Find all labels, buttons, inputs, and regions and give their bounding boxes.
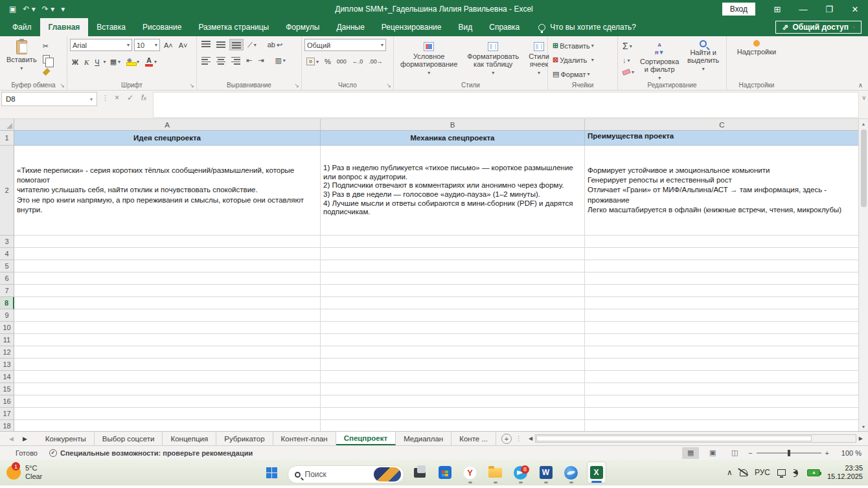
number-dialog-launcher-icon[interactable]: ↘ — [386, 82, 391, 89]
number-format-select[interactable]: Общий▾ — [304, 39, 386, 51]
cell-C1[interactable]: Преимущества проекта — [585, 131, 858, 146]
cell-A2[interactable]: «Тихие переписки» - серия коротких тёплы… — [14, 146, 321, 236]
cell-C2[interactable]: Формирует устойчивое и эмоциональное ком… — [585, 146, 858, 236]
cell-A4[interactable] — [14, 248, 321, 260]
start-button[interactable] — [262, 461, 282, 483]
column-header-C[interactable]: C — [585, 119, 860, 130]
cell-A13[interactable] — [14, 359, 321, 371]
format-as-table-button[interactable]: Форматировать как таблицу▾ — [463, 41, 523, 78]
cancel-icon[interactable]: × — [115, 93, 119, 102]
cell-B4[interactable] — [321, 248, 585, 260]
merge-center-button[interactable]: ▥▾ — [273, 55, 287, 66]
formula-input[interactable] — [153, 92, 859, 118]
orientation-button[interactable]: ⟋▾ — [246, 39, 258, 50]
sheet-tab-Выбор-соцсети[interactable]: Выбор соцсети — [95, 432, 163, 445]
menu-tab-Рисование[interactable]: Рисование — [134, 18, 190, 36]
row-header-4[interactable]: 4 — [0, 248, 14, 260]
cell-A1[interactable]: Идея спецпроекта — [14, 131, 321, 146]
cell-C3[interactable] — [585, 236, 858, 248]
cell-A6[interactable] — [14, 272, 321, 285]
cell-A7[interactable] — [14, 285, 321, 297]
cell-B16[interactable] — [321, 395, 585, 408]
sheet-tab-Рубрикатор[interactable]: Рубрикатор — [216, 432, 273, 445]
row-header-6[interactable]: 6 — [0, 272, 14, 285]
cell-B13[interactable] — [321, 359, 585, 371]
word-button[interactable]: W — [536, 461, 556, 483]
cell-C8[interactable] — [585, 297, 858, 309]
percent-style-button[interactable]: % — [323, 56, 333, 67]
fill-color-button[interactable]: ▾ — [124, 56, 141, 67]
horizontal-scroll-thumb[interactable] — [536, 436, 812, 441]
language-indicator[interactable]: РУС — [755, 468, 770, 477]
cell-B18[interactable] — [321, 420, 585, 431]
cell-A16[interactable] — [14, 395, 321, 408]
format-cells-button[interactable]: ▤ Формат▾ — [551, 69, 596, 80]
delete-cells-button[interactable]: ⊠ Удалить▾ — [551, 54, 596, 65]
cell-B15[interactable] — [321, 383, 585, 395]
menu-tab-Файл[interactable]: Файл — [4, 18, 40, 36]
bold-button[interactable]: Ж — [70, 57, 80, 67]
sheet-tab-Конте-...[interactable]: Конте ... — [451, 432, 496, 445]
align-left-button[interactable] — [200, 56, 212, 66]
menu-tab-Главная[interactable]: Главная — [40, 18, 89, 36]
shrink-font-button[interactable]: A˅ — [177, 40, 190, 50]
cell-B7[interactable] — [321, 285, 585, 297]
share-button[interactable]: ⇗ Общий доступ ▾ — [775, 21, 862, 34]
underline-button[interactable]: Ч — [93, 57, 101, 67]
cell-B5[interactable] — [321, 260, 585, 272]
scroll-up-icon[interactable]: ▲ — [859, 119, 868, 128]
select-all-corner[interactable] — [0, 119, 14, 130]
cell-A3[interactable] — [14, 236, 321, 248]
sheet-tab-Концепция[interactable]: Концепция — [163, 432, 216, 445]
cell-C17[interactable] — [585, 408, 858, 420]
decrease-decimal-button[interactable]: .00→ — [367, 57, 385, 66]
row-header-18[interactable]: 18 — [0, 420, 14, 431]
bottom-align-button[interactable] — [229, 39, 244, 50]
weather-widget[interactable]: 1 5°CClear — [6, 464, 42, 481]
menu-tab-Вид[interactable]: Вид — [450, 18, 481, 36]
align-right-button[interactable] — [229, 56, 242, 66]
cell-C15[interactable] — [585, 383, 858, 395]
row-header-3[interactable]: 3 — [0, 236, 14, 248]
excel-taskbar-button[interactable]: X — [587, 461, 606, 483]
cell-C6[interactable] — [585, 272, 858, 285]
cell-C18[interactable] — [585, 420, 858, 431]
close-button[interactable]: ✕ — [842, 0, 868, 18]
cell-C11[interactable] — [585, 334, 858, 346]
vertical-scrollbar[interactable]: ▲ ▼ — [858, 119, 868, 431]
name-box-dropdown-icon[interactable]: ▾ — [90, 96, 93, 102]
row-header-17[interactable]: 17 — [0, 408, 14, 420]
restore-button[interactable]: ❐ — [816, 0, 842, 18]
row-header-5[interactable]: 5 — [0, 260, 14, 272]
collapse-ribbon-icon[interactable]: ∧ — [858, 82, 863, 89]
undo-icon[interactable]: ↶ ▾ — [23, 5, 35, 14]
format-painter-button[interactable] — [41, 67, 56, 77]
file-explorer-button[interactable] — [486, 461, 505, 483]
row-header-9[interactable]: 9 — [0, 309, 14, 322]
telegram-button[interactable]: 8 — [511, 461, 531, 483]
autosum-button[interactable]: Σ▾ — [621, 39, 636, 52]
font-name-select[interactable]: Arial▾ — [70, 39, 132, 51]
paste-button[interactable]: Вставить▾ — [3, 39, 41, 80]
cell-C9[interactable] — [585, 309, 858, 322]
insert-cells-button[interactable]: ⊞ Вставить▾ — [551, 40, 596, 51]
cell-A10[interactable] — [14, 322, 321, 334]
expand-formula-bar-icon[interactable]: ∨ — [862, 94, 866, 101]
middle-align-button[interactable] — [214, 39, 227, 50]
cell-C12[interactable] — [585, 346, 858, 359]
row-header-7[interactable]: 7 — [0, 285, 14, 297]
fx-icon[interactable]: fx — [141, 93, 146, 102]
accounting-format-button[interactable]: ¤▾ — [304, 56, 321, 67]
italic-button[interactable]: К — [82, 57, 91, 67]
fill-button[interactable]: ↓▾ — [621, 55, 636, 65]
cell-C10[interactable] — [585, 322, 858, 334]
cell-C4[interactable] — [585, 248, 858, 260]
row-header-2[interactable]: 2 — [0, 146, 14, 236]
zoom-slider[interactable]: − + — [748, 449, 829, 457]
cell-B3[interactable] — [321, 236, 585, 248]
battery-icon[interactable] — [807, 469, 820, 476]
row-header-10[interactable]: 10 — [0, 322, 14, 334]
cell-B1[interactable]: Механика спецпроекта — [321, 131, 585, 146]
column-header-A[interactable]: A — [14, 119, 321, 130]
cell-B11[interactable] — [321, 334, 585, 346]
